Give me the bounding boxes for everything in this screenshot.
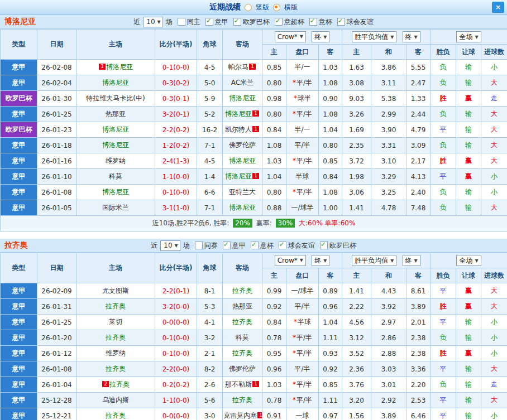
checkbox-icon[interactable] (309, 18, 317, 26)
date-cell: 26-02-09 (37, 283, 76, 299)
league-cell: 意甲 (1, 377, 37, 393)
filter-checkbox[interactable]: 意甲 (205, 17, 228, 27)
chevron-down-icon: ▼ (414, 35, 418, 40)
checkbox-icon[interactable] (320, 242, 328, 249)
handicap-star: * (293, 79, 296, 86)
full-match-header: 全场▼ (431, 30, 507, 45)
result-cell: 胜 (431, 346, 456, 361)
filter-checkbox[interactable]: 意杯 (309, 17, 332, 27)
avg-away-odds: 3.09 (406, 138, 431, 153)
goals-result-cell: 大 (481, 75, 507, 91)
date-cell: 26-01-30 (37, 91, 76, 107)
team-name: 博洛尼亚 (229, 157, 256, 165)
away-team-cell: 博洛尼亚 (223, 153, 262, 169)
team-name: 佛罗伦萨 (229, 365, 256, 373)
final-odds-select[interactable]: 终▼ (312, 255, 329, 266)
filter-checkbox[interactable]: 意杯 (251, 241, 274, 250)
score-cell: 3-1(1-0) (155, 200, 197, 216)
result-cell: 负 (431, 185, 456, 200)
avg-home-odds: 3.06 (342, 185, 371, 200)
crown-away-odds: 1.08 (319, 185, 342, 200)
checkbox-icon[interactable] (251, 242, 259, 249)
league-cell: 意甲 (1, 315, 37, 330)
score-cell: 0-3(0-1) (155, 91, 197, 107)
results-table: 类型 日期 主场 比分(半场) 角球 客场 Crow*▼ 终▼ 胜平负均值▼ 终… (0, 29, 507, 231)
crown-away-odds: 1.11 (319, 330, 342, 346)
handicap-star: * (293, 349, 296, 357)
avg-odds-select[interactable]: 胜平负均值▼ (352, 255, 396, 266)
bookmaker-select[interactable]: Crow*▼ (275, 31, 306, 42)
radio-horizontal-layout[interactable] (273, 4, 280, 11)
full-match-select[interactable]: 全场▼ (456, 31, 481, 42)
team-title: 拉齐奥 (4, 240, 28, 250)
filter-checkbox[interactable]: 同主 (178, 17, 200, 27)
match-row: 意甲26-01-20拉齐奥0-1(0-0)3-2科莫0.78*平/半1.113.… (1, 330, 507, 346)
corner-cell: 8-1 (197, 283, 223, 299)
team-name: 莱切 (109, 318, 122, 326)
handicap-star: * (294, 94, 297, 102)
filter-checkbox[interactable]: 意超杯 (275, 17, 304, 27)
league-cell: 意甲 (1, 107, 37, 122)
red-card-badge: 1 (249, 64, 256, 70)
result-cell: 平 (431, 315, 456, 330)
avg-draw-odds: 5.38 (371, 91, 406, 107)
filter-checkbox[interactable]: 意甲 (223, 241, 246, 250)
final-odds-select[interactable]: 终▼ (312, 31, 329, 42)
checkbox-icon[interactable] (279, 242, 286, 249)
avg-odds-select[interactable]: 胜平负均值▼ (352, 31, 396, 42)
team-name: 拉齐奥 (106, 365, 126, 373)
goals-result-cell: 小 (481, 408, 507, 420)
date-cell: 26-01-25 (37, 107, 76, 122)
chevron-down-icon: ▼ (157, 20, 161, 25)
match-count-select[interactable]: 10▼ (143, 17, 162, 27)
checkbox-icon[interactable] (233, 18, 241, 26)
checkbox-icon[interactable] (275, 18, 283, 26)
corner-cell: 6-6 (197, 185, 223, 200)
avg-away-odds: 2.44 (406, 107, 431, 122)
checkbox-icon[interactable] (223, 242, 231, 249)
checkbox-icon[interactable] (195, 242, 203, 249)
filter-checkbox[interactable]: 欧罗巴杯 (320, 241, 356, 250)
radio-vertical-layout[interactable] (245, 4, 252, 11)
filter-checkbox[interactable]: 球会友谊 (337, 17, 374, 27)
filter-checkbox[interactable]: 球会友谊 (279, 241, 315, 250)
away-team-cell: 博洛尼亚 (223, 91, 262, 107)
avg-home-odds: 3.52 (342, 346, 371, 361)
handicap-cell: *平/半 (286, 377, 319, 393)
team-name: 博洛尼亚 (102, 125, 129, 133)
chevron-down-icon: ▼ (175, 243, 178, 248)
final-odds-select[interactable]: 终▼ (403, 255, 420, 266)
home-team-cell: 博洛尼亚 (76, 138, 155, 153)
team-name: 特拉维夫马卡比(中) (86, 94, 145, 102)
checkbox-icon[interactable] (178, 18, 185, 26)
crown-away-odds: 0.93 (319, 346, 342, 361)
date-cell: 26-01-18 (37, 138, 76, 153)
checkbox-icon[interactable] (337, 18, 345, 26)
filter-checkbox[interactable]: 同赛 (195, 241, 218, 250)
final-odds-select[interactable]: 终▼ (403, 31, 420, 42)
corner-cell: 2-6 (197, 377, 223, 393)
team-name: 拉齐奥 (232, 349, 252, 357)
chevron-down-icon: ▼ (475, 258, 478, 263)
score-cell: 0-1(0-0) (155, 185, 197, 200)
result-cell: 负 (431, 377, 456, 393)
checkbox-icon[interactable] (205, 18, 213, 26)
cover-rate-badge: 30% (276, 219, 295, 228)
col-corner: 角球 (197, 30, 223, 60)
bookmaker-select[interactable]: Crow*▼ (275, 255, 306, 266)
goals-result-cell: 大 (481, 361, 507, 377)
filter-checkbox[interactable]: 欧罗巴杯 (233, 17, 270, 27)
checkbox-label: 意超杯 (284, 17, 304, 27)
corner-cell: 5-6 (197, 393, 223, 408)
close-button[interactable]: × (492, 2, 504, 13)
chevron-down-icon: ▼ (300, 258, 303, 263)
match-count-select[interactable]: 10▼ (160, 240, 180, 251)
col-handicap: 盘口 (286, 268, 319, 283)
home-team-cell: 拉齐奥 (76, 408, 155, 420)
avg-home-odds: 3.26 (342, 107, 371, 122)
crown-home-odds: 0.88 (262, 200, 286, 216)
handicap-cell: *平/半 (286, 393, 319, 408)
full-match-select[interactable]: 全场▼ (456, 255, 481, 266)
col-goals: 进球数 (481, 45, 507, 60)
handicap-cell: *平/半 (286, 75, 319, 91)
